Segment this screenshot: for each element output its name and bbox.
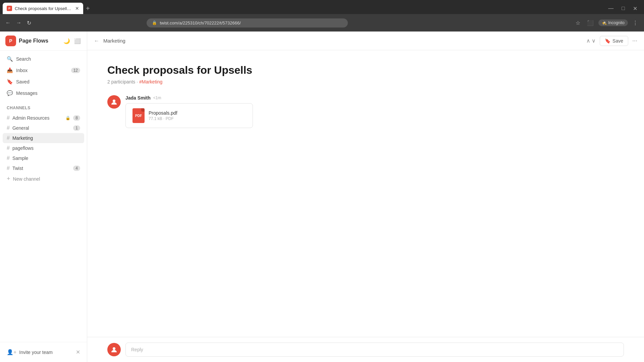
- message-time: <1m: [153, 96, 161, 100]
- attachment-meta: 77.1 kB · PDF: [149, 116, 177, 121]
- sidebar-toggle-button[interactable]: ⬜: [73, 37, 82, 45]
- tab-close-button[interactable]: ✕: [75, 6, 79, 11]
- sidebar-header: P Page Flows 🌙 ⬜: [0, 32, 87, 51]
- thread-container: Check proposals for Upsells 2 participan…: [87, 50, 644, 337]
- channel-name-admin: Admin Resources: [12, 115, 63, 121]
- channel-item-sample[interactable]: # Sample: [3, 153, 84, 163]
- back-button[interactable]: ←: [4, 18, 12, 27]
- sidebar: P Page Flows 🌙 ⬜ 🔍 Search 📥 Inbox 12 🔖 S…: [0, 32, 87, 362]
- invite-team-button[interactable]: 👤+ Invite your team ✕: [3, 346, 84, 358]
- incognito-icon: 🕵: [602, 20, 607, 25]
- reply-placeholder: Reply: [131, 347, 143, 352]
- channels-heading: Channels: [3, 104, 84, 113]
- svg-point-1: [113, 100, 115, 102]
- tab-title: Check proposals for Upsells · Pa...: [15, 6, 72, 11]
- ssl-icon: 🔒: [152, 20, 157, 25]
- menu-button[interactable]: ⋮: [631, 18, 640, 27]
- prev-thread-button[interactable]: ∧: [586, 38, 590, 44]
- hash-icon: #: [7, 145, 10, 151]
- inbox-badge: 12: [71, 68, 80, 73]
- window-controls: — □ ✕: [604, 4, 641, 13]
- message-header: Jada Smith <1m: [125, 95, 624, 101]
- channel-item-twist[interactable]: # Twist 4: [3, 163, 84, 173]
- app-container: P Page Flows 🌙 ⬜ 🔍 Search 📥 Inbox 12 🔖 S…: [0, 32, 644, 362]
- message-row: Jada Smith <1m PDF Proposals.pdf 77.1 kB…: [107, 95, 624, 128]
- hash-icon: #: [7, 115, 10, 121]
- hash-icon: #: [7, 165, 10, 171]
- back-to-channel-button[interactable]: ←: [94, 38, 99, 44]
- channel-name-pageflows: pageflows: [12, 145, 80, 151]
- thread-title: Check proposals for Upsells: [107, 64, 624, 76]
- new-tab-button[interactable]: +: [83, 5, 93, 12]
- address-bar-container: ← → ↻ 🔒 twist.com/a/225310/ch/702222/t/5…: [0, 14, 644, 32]
- message-sender: Jada Smith: [125, 95, 151, 101]
- channel-item-admin-resources[interactable]: # Admin Resources 🔒 8: [3, 113, 84, 123]
- save-label: Save: [612, 38, 623, 44]
- channel-item-marketing[interactable]: # Marketing: [3, 133, 84, 143]
- active-tab[interactable]: P Check proposals for Upsells · Pa... ✕: [3, 3, 83, 14]
- add-channel-label: New channel: [13, 176, 40, 182]
- app-logo: P: [5, 36, 16, 46]
- thread-meta: 2 participants · #Marketing: [107, 79, 624, 84]
- admin-badge: 8: [73, 115, 80, 121]
- messages-icon: 💬: [7, 90, 13, 96]
- maximize-button[interactable]: □: [618, 4, 629, 13]
- add-channel-button[interactable]: + New channel: [3, 173, 84, 184]
- attachment-info: Proposals.pdf 77.1 kB · PDF: [149, 110, 177, 121]
- save-button[interactable]: 🔖 Save: [600, 36, 628, 46]
- reply-area: Reply: [87, 337, 644, 362]
- reply-input[interactable]: Reply: [125, 343, 624, 357]
- avatar: [107, 95, 121, 109]
- close-window-button[interactable]: ✕: [629, 4, 641, 13]
- dismiss-invite-button[interactable]: ✕: [76, 349, 80, 355]
- forward-button[interactable]: →: [15, 18, 23, 27]
- tab-bar: P Check proposals for Upsells · Pa... ✕ …: [0, 0, 644, 14]
- app-name: Page Flows: [19, 38, 60, 44]
- participants-count: 2 participants: [107, 79, 135, 84]
- svg-point-3: [113, 347, 115, 350]
- message-content: Jada Smith <1m PDF Proposals.pdf 77.1 kB…: [125, 95, 624, 128]
- extension-button[interactable]: ⬛: [585, 18, 596, 27]
- invite-label: Invite your team: [19, 350, 53, 355]
- url-text: twist.com/a/225310/ch/702222/t/5732666/: [160, 20, 240, 25]
- browser-chrome: P Check proposals for Upsells · Pa... ✕ …: [0, 0, 644, 32]
- main-content: ← Marketing ∧ ∨ 🔖 Save ··· Check proposa…: [87, 32, 644, 362]
- next-thread-button[interactable]: ∨: [592, 38, 596, 44]
- sidebar-item-search[interactable]: 🔍 Search: [3, 53, 84, 65]
- attachment-card[interactable]: PDF Proposals.pdf 77.1 kB · PDF: [125, 103, 253, 128]
- invite-icon: 👤+: [7, 349, 16, 355]
- refresh-button[interactable]: ↻: [25, 18, 33, 27]
- sidebar-footer: 👤+ Invite your team ✕: [0, 342, 87, 362]
- pdf-icon: PDF: [132, 108, 145, 123]
- incognito-badge: 🕵 Incognito: [598, 19, 628, 26]
- top-bar-actions: ∧ ∨ 🔖 Save ···: [586, 36, 637, 46]
- saved-icon: 🔖: [7, 79, 13, 85]
- channel-tag-link[interactable]: #Marketing: [139, 79, 162, 84]
- channel-name-general: General: [12, 125, 70, 131]
- channel-item-general[interactable]: # General 1: [3, 123, 84, 133]
- incognito-label: Incognito: [608, 20, 625, 25]
- bookmark-button[interactable]: ☆: [574, 18, 582, 27]
- thread-nav-arrows: ∧ ∨: [586, 38, 596, 44]
- sidebar-messages-label: Messages: [16, 90, 38, 96]
- channel-item-pageflows[interactable]: # pageflows: [3, 143, 84, 153]
- sidebar-search-label: Search: [16, 56, 31, 62]
- channel-name-sample: Sample: [12, 156, 80, 161]
- top-bar: ← Marketing ∧ ∨ 🔖 Save ···: [87, 32, 644, 50]
- reply-avatar: [107, 343, 121, 356]
- channel-name-twist: Twist: [12, 166, 70, 171]
- theme-toggle-button[interactable]: 🌙: [63, 37, 71, 45]
- hash-icon: #: [7, 155, 10, 161]
- minimize-button[interactable]: —: [604, 4, 618, 13]
- lock-icon: 🔒: [65, 116, 70, 120]
- url-bar[interactable]: 🔒 twist.com/a/225310/ch/702222/t/5732666…: [147, 18, 348, 27]
- sidebar-nav: 🔍 Search 📥 Inbox 12 🔖 Saved 💬 Messages: [0, 51, 87, 102]
- breadcrumb: Marketing: [103, 38, 125, 44]
- add-icon: +: [7, 175, 10, 182]
- sidebar-item-saved[interactable]: 🔖 Saved: [3, 76, 84, 87]
- attachment-name: Proposals.pdf: [149, 110, 177, 116]
- general-badge: 1: [73, 125, 80, 131]
- more-options-button[interactable]: ···: [632, 37, 637, 44]
- sidebar-item-messages[interactable]: 💬 Messages: [3, 87, 84, 99]
- sidebar-item-inbox[interactable]: 📥 Inbox 12: [3, 65, 84, 76]
